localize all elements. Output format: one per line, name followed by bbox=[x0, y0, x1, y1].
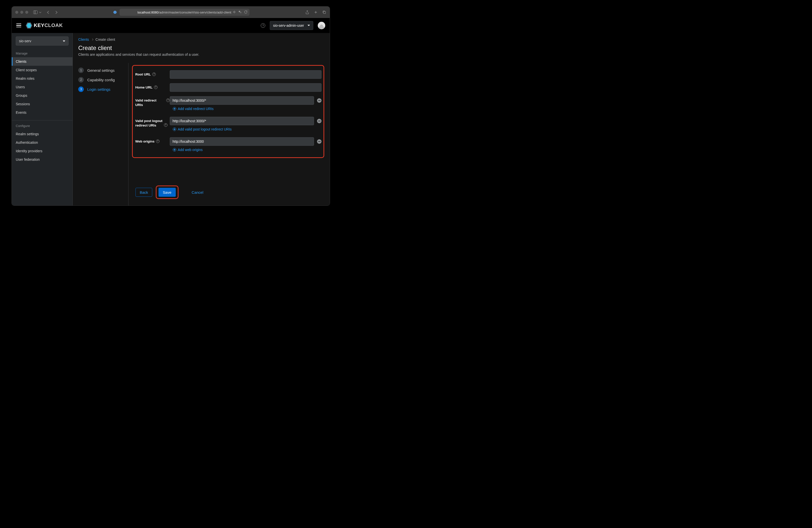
sidebar-item-realm-settings[interactable]: Realm settings bbox=[12, 130, 72, 138]
svg-rect-3 bbox=[240, 12, 241, 13]
help-icon[interactable]: ? bbox=[261, 23, 265, 28]
svg-rect-2 bbox=[239, 11, 240, 12]
url-host: localhost:8080 bbox=[137, 11, 159, 14]
traffic-lights bbox=[15, 11, 28, 14]
tab-group-icon[interactable] bbox=[40, 11, 41, 14]
caret-down-icon bbox=[307, 25, 310, 26]
post-logout-uri-input[interactable] bbox=[170, 117, 314, 125]
remove-redirect-uri-button[interactable] bbox=[317, 98, 321, 103]
nav-toggle-icon[interactable] bbox=[16, 24, 21, 28]
post-logout-label: Valid post logoutredirect URIs ? bbox=[135, 117, 170, 128]
remove-web-origin-button[interactable] bbox=[317, 139, 321, 144]
help-icon[interactable]: ? bbox=[166, 99, 170, 102]
sidebar-item-client-scopes[interactable]: Client scopes bbox=[12, 66, 72, 74]
mute-icon[interactable] bbox=[233, 10, 236, 15]
root-url-input[interactable] bbox=[170, 70, 321, 79]
annotation-form-highlight: Root URL ? Home URL bbox=[132, 65, 324, 158]
sidebar-item-user-federation[interactable]: User federation bbox=[12, 155, 72, 164]
home-url-input[interactable] bbox=[170, 83, 321, 92]
realm-selector-label: sio-serv bbox=[19, 39, 31, 43]
home-url-label: Home URL ? bbox=[135, 83, 170, 90]
page-title: Create client bbox=[78, 44, 324, 52]
sidebar-section-manage: Manage bbox=[12, 48, 72, 57]
redirect-uris-label: Valid redirect URIs ? bbox=[135, 96, 170, 107]
translate-icon[interactable] bbox=[238, 10, 242, 15]
web-origins-label: Web origins ? bbox=[135, 137, 170, 144]
add-redirect-uri-link[interactable]: Add valid redirect URIs bbox=[170, 107, 321, 111]
url-path: /admin/master/console/#/sio-serv/clients… bbox=[159, 11, 231, 14]
forward-icon bbox=[55, 11, 57, 14]
plus-icon bbox=[173, 107, 176, 111]
wizard-step-general[interactable]: 1 General settings bbox=[78, 65, 128, 75]
breadcrumb-clients-link[interactable]: Clients bbox=[78, 38, 89, 42]
page-description: Clients are applications and services th… bbox=[78, 53, 324, 57]
form-actions: Back Save Cancel bbox=[132, 186, 324, 199]
help-icon[interactable]: ? bbox=[164, 123, 168, 127]
main-content: Clients Create client Create client Clie… bbox=[73, 33, 330, 205]
add-web-origin-link[interactable]: Add web origins bbox=[170, 148, 321, 152]
sidebar-item-authentication[interactable]: Authentication bbox=[12, 138, 72, 147]
brand-text: KEYCLOAK bbox=[34, 23, 63, 28]
wizard-steps: 1 General settings 2 Capability config 3… bbox=[78, 63, 128, 205]
site-favicon bbox=[113, 10, 117, 14]
svg-rect-4 bbox=[323, 12, 326, 14]
plus-icon bbox=[173, 128, 176, 131]
sidebar-item-identity-providers[interactable]: Identity providers bbox=[12, 147, 72, 155]
browser-chrome: localhost:8080/admin/master/console/#/si… bbox=[12, 6, 330, 18]
wizard-step-login[interactable]: 3 Login settings bbox=[78, 85, 128, 94]
breadcrumb: Clients Create client bbox=[78, 38, 324, 42]
url-bar[interactable]: localhost:8080/admin/master/console/#/si… bbox=[119, 9, 249, 16]
sidebar-item-groups[interactable]: Groups bbox=[12, 91, 72, 100]
new-tab-icon[interactable] bbox=[314, 10, 318, 14]
form-panel: Root URL ? Home URL bbox=[128, 63, 324, 205]
help-icon[interactable]: ? bbox=[152, 73, 156, 76]
web-origins-input[interactable] bbox=[170, 137, 314, 146]
sidebar-section-configure: Configure bbox=[12, 120, 72, 130]
annotation-save-highlight: Save bbox=[156, 186, 178, 199]
cancel-button[interactable]: Cancel bbox=[189, 188, 206, 197]
sidebar-item-users[interactable]: Users bbox=[12, 83, 72, 91]
realm-selector[interactable]: sio-serv bbox=[16, 36, 69, 45]
help-icon[interactable]: ? bbox=[156, 140, 160, 143]
wizard-step-capability[interactable]: 2 Capability config bbox=[78, 75, 128, 85]
breadcrumb-current: Create client bbox=[96, 38, 115, 42]
sidebar-item-sessions[interactable]: Sessions bbox=[12, 100, 72, 108]
user-dropdown[interactable]: sio-serv-admin-user bbox=[270, 21, 313, 30]
keycloak-logo-icon bbox=[26, 23, 32, 29]
maximize-window-icon[interactable] bbox=[25, 11, 28, 14]
sidebar-item-events[interactable]: Events bbox=[12, 108, 72, 117]
redirect-uri-input[interactable] bbox=[170, 96, 314, 105]
sidebar-item-clients[interactable]: Clients bbox=[12, 57, 72, 66]
sidebar-item-realm-roles[interactable]: Realm roles bbox=[12, 74, 72, 83]
plus-icon bbox=[173, 148, 176, 151]
back-button[interactable]: Back bbox=[135, 188, 152, 197]
caret-down-icon bbox=[63, 41, 65, 42]
browser-window: localhost:8080/admin/master/console/#/si… bbox=[12, 6, 330, 206]
back-icon[interactable] bbox=[47, 11, 50, 14]
help-icon[interactable]: ? bbox=[154, 86, 158, 89]
save-button[interactable]: Save bbox=[159, 188, 175, 197]
sidebar-toggle-icon[interactable] bbox=[33, 11, 38, 14]
remove-post-logout-uri-button[interactable] bbox=[317, 119, 321, 123]
minimize-window-icon[interactable] bbox=[20, 11, 23, 14]
close-window-icon[interactable] bbox=[15, 11, 18, 14]
user-dropdown-label: sio-serv-admin-user bbox=[273, 24, 304, 28]
keycloak-logo[interactable]: KEYCLOAK bbox=[26, 23, 63, 29]
share-icon[interactable] bbox=[305, 10, 309, 14]
add-post-logout-uri-link[interactable]: Add valid post logout redirect URIs bbox=[170, 127, 321, 131]
tabs-overview-icon[interactable] bbox=[322, 10, 326, 14]
reload-icon[interactable] bbox=[244, 10, 247, 15]
avatar[interactable] bbox=[318, 22, 325, 29]
sidebar: sio-serv Manage Clients Client scopes Re… bbox=[12, 33, 73, 205]
chevron-right-icon bbox=[91, 39, 93, 41]
app-header: KEYCLOAK ? sio-serv-admin-user bbox=[12, 18, 330, 33]
root-url-label: Root URL ? bbox=[135, 70, 170, 77]
